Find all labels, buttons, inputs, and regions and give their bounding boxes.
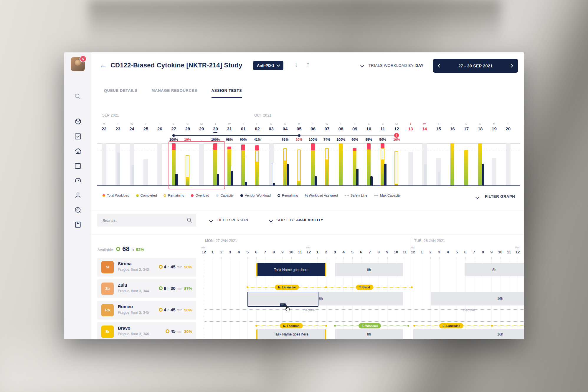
tab-manage-resources[interactable]: MANAGE RESOURCES bbox=[152, 88, 197, 98]
chevron-down-icon[interactable] bbox=[475, 195, 479, 199]
user-avatar[interactable]: 5 bbox=[71, 57, 85, 71]
chevron-right-icon[interactable] bbox=[509, 64, 513, 68]
workload-block[interactable]: Task Name goes here bbox=[256, 329, 326, 339]
workload-by-value[interactable]: DAY bbox=[415, 63, 423, 68]
chevron-down-icon[interactable] bbox=[209, 219, 213, 222]
calendar-day[interactable]: T25 bbox=[139, 122, 153, 131]
assignee-pill[interactable]: S. Thalman bbox=[280, 323, 303, 328]
day-number: 23 bbox=[111, 126, 125, 131]
assignee-pill[interactable]: T. Bend bbox=[356, 285, 373, 290]
person-card[interactable]: BrBravoPrague, floor 3, 34645min30% bbox=[97, 322, 196, 339]
assignee-pill[interactable]: E. Lanewise bbox=[439, 323, 463, 328]
workload-block[interactable]: 16h bbox=[413, 329, 524, 339]
calendar-day[interactable]: T23 bbox=[111, 122, 125, 131]
slider-selected-range[interactable] bbox=[174, 135, 299, 136]
filter-person-button[interactable]: FILTER PERSON bbox=[217, 218, 248, 222]
calendar-day[interactable]: M29- bbox=[195, 122, 208, 131]
calendar-day[interactable]: F16 bbox=[446, 122, 459, 131]
tab-assign-tests[interactable]: ASSIGN TESTS bbox=[212, 88, 242, 98]
calendar-day[interactable]: M22 bbox=[97, 122, 111, 131]
chevron-down-icon[interactable] bbox=[269, 219, 273, 222]
calendar-day[interactable]: W24 bbox=[125, 122, 139, 131]
calendar-day[interactable]: S17 bbox=[460, 122, 473, 131]
assignment-dot bbox=[325, 325, 327, 327]
calendar-day[interactable]: M1216% bbox=[390, 122, 403, 131]
workload-block[interactable]: 8h bbox=[335, 263, 403, 276]
download-arrow-icon[interactable]: ↓ bbox=[295, 61, 298, 68]
calendar-day[interactable]: T0190% bbox=[237, 122, 250, 131]
back-arrow-icon[interactable]: ← bbox=[100, 61, 107, 69]
calendar-day[interactable]: S1088% bbox=[362, 122, 376, 131]
calendar-day[interactable]: S0463% bbox=[278, 122, 292, 131]
calendar-day[interactable]: S27100% bbox=[167, 122, 181, 131]
clock-icon bbox=[166, 329, 169, 333]
calendar-day[interactable]: T15 bbox=[432, 122, 445, 131]
calendar-day[interactable]: S1150% bbox=[376, 122, 389, 131]
hour-tick bbox=[300, 257, 300, 260]
calendar-day[interactable]: F0241% bbox=[250, 122, 264, 131]
day-of-week: T bbox=[237, 122, 250, 125]
duration-label: 8h bbox=[319, 297, 323, 301]
completed-segment bbox=[381, 160, 384, 185]
calendar-day[interactable]: W14 bbox=[418, 122, 431, 131]
calendar-day[interactable]: W3198% bbox=[223, 122, 236, 131]
calendar-day[interactable]: T13 bbox=[404, 122, 417, 131]
hour-label: 8 bbox=[270, 250, 277, 254]
task-bar[interactable]: Task Name goes here bbox=[256, 263, 326, 276]
hour-tick bbox=[335, 257, 335, 260]
sidebar-item-reel-icon[interactable] bbox=[74, 206, 82, 214]
hour-tick bbox=[343, 257, 344, 260]
date-range-slider[interactable]: ! bbox=[64, 134, 524, 136]
capacity-bar bbox=[424, 164, 427, 185]
chart-axis bbox=[97, 185, 520, 186]
workload-bar bbox=[464, 150, 468, 185]
sort-by-value[interactable]: AVAILABILITY bbox=[296, 218, 323, 222]
person-card[interactable]: SiSironaPrague, floor 3, 3434h45min50% bbox=[97, 258, 196, 277]
calendar-day[interactable]: F26 bbox=[153, 122, 166, 131]
calendar-day[interactable]: T30100% bbox=[209, 122, 222, 133]
calendar-day[interactable]: S18 bbox=[473, 122, 487, 131]
workload-block[interactable]: 16h bbox=[431, 292, 524, 305]
sidebar-item-bookmark-icon[interactable] bbox=[74, 221, 82, 228]
day-of-week: M bbox=[487, 122, 501, 125]
upload-arrow-icon[interactable]: ↑ bbox=[306, 61, 310, 68]
person-card[interactable]: ZuZuluPrague, floor 3, 3449h30min87% bbox=[97, 279, 196, 298]
assignee-pill[interactable]: E. Lanewise bbox=[275, 285, 299, 290]
study-type-dropdown[interactable]: Anti-PD-1 bbox=[253, 61, 283, 70]
sidebar-item-search-icon[interactable] bbox=[74, 93, 82, 100]
day-number: 15 bbox=[432, 126, 445, 131]
legend-label: Remaining bbox=[282, 194, 298, 197]
calendar-day[interactable]: F0990% bbox=[348, 122, 361, 131]
workload-block[interactable]: 8h bbox=[465, 263, 524, 276]
vendor-workload-bar bbox=[370, 176, 373, 185]
calendar-day[interactable]: S03- bbox=[265, 122, 278, 131]
slider-handle[interactable] bbox=[298, 134, 300, 137]
calendar-day[interactable]: W0774% bbox=[320, 122, 334, 131]
lane-separator bbox=[204, 321, 524, 322]
chevron-left-icon[interactable] bbox=[438, 64, 442, 68]
search-input[interactable] bbox=[102, 214, 186, 227]
calendar-day[interactable]: M19 bbox=[487, 122, 501, 131]
hour-label: 5 bbox=[244, 250, 251, 254]
hour-tick bbox=[405, 257, 405, 260]
chevron-down-icon[interactable] bbox=[360, 64, 364, 67]
slider-handle[interactable] bbox=[172, 134, 175, 137]
vendor-remaining-bar bbox=[231, 166, 233, 185]
person-card[interactable]: RoRomeoPrague, floor 3, 3454h45min50% bbox=[97, 301, 196, 320]
filter-graph-button[interactable]: FILTER GRAPH bbox=[485, 194, 515, 199]
calendar-day[interactable]: M0520% bbox=[292, 122, 306, 131]
workload-block[interactable]: 8h bbox=[335, 329, 403, 339]
calendar-day[interactable]: T06100% bbox=[306, 122, 320, 131]
calendar-day[interactable]: S2819% bbox=[181, 122, 194, 131]
legend-item: Overload bbox=[191, 194, 209, 197]
gantt-day2-label: TUE, 28 JAN 2021 bbox=[414, 239, 445, 243]
tab-queue-details[interactable]: QUEUE DETAILS bbox=[104, 88, 138, 98]
workload-by-label: TRIALS WORKLOAD BY: bbox=[369, 63, 414, 68]
sidebar-item-person-icon[interactable] bbox=[74, 191, 82, 199]
legend-item: Capacity bbox=[216, 194, 234, 197]
hour-gridline bbox=[430, 260, 431, 339]
assignee-pill[interactable]: T. Wisseau bbox=[359, 323, 381, 328]
calendar-day[interactable]: T20 bbox=[501, 122, 515, 131]
calendar-day[interactable]: T08100% bbox=[334, 122, 348, 131]
search-icon[interactable] bbox=[187, 217, 192, 223]
